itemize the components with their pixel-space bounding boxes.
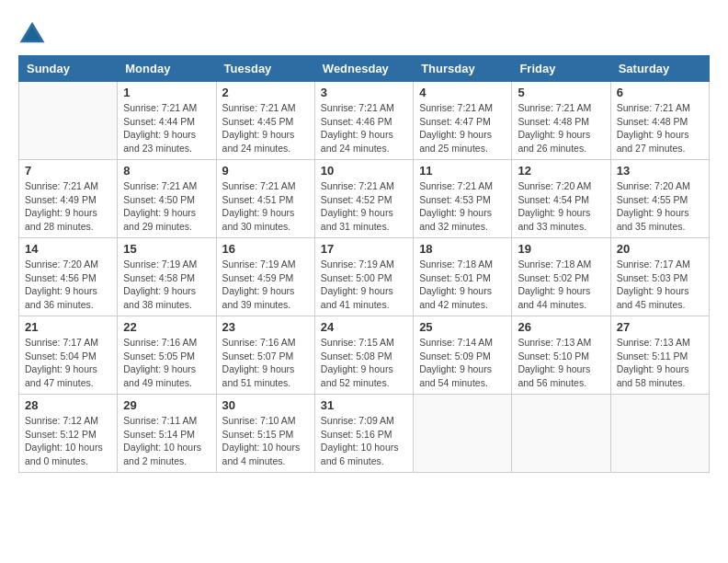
- day-info: Sunrise: 7:12 AMSunset: 5:12 PMDaylight:…: [25, 414, 111, 468]
- week-row-1: 1Sunrise: 7:21 AMSunset: 4:44 PMDaylight…: [19, 82, 710, 160]
- calendar-cell: 31Sunrise: 7:09 AMSunset: 5:16 PMDayligh…: [314, 395, 413, 473]
- day-number: 14: [25, 242, 111, 256]
- day-number: 19: [518, 242, 604, 256]
- day-info: Sunrise: 7:21 AMSunset: 4:51 PMDaylight:…: [222, 179, 309, 234]
- day-number: 7: [25, 164, 111, 178]
- week-row-4: 21Sunrise: 7:17 AMSunset: 5:04 PMDayligh…: [19, 316, 710, 395]
- day-number: 2: [222, 86, 309, 99]
- calendar-cell: 21Sunrise: 7:17 AMSunset: 5:04 PMDayligh…: [19, 316, 118, 395]
- calendar-cell: 14Sunrise: 7:20 AMSunset: 4:56 PMDayligh…: [19, 238, 118, 316]
- day-number: 27: [617, 320, 703, 334]
- week-row-2: 7Sunrise: 7:21 AMSunset: 4:49 PMDaylight…: [19, 160, 710, 238]
- weekday-header-monday: Monday: [118, 56, 216, 82]
- day-number: 6: [617, 86, 703, 99]
- calendar-cell: [512, 395, 610, 473]
- calendar-cell: 26Sunrise: 7:13 AMSunset: 5:10 PMDayligh…: [512, 316, 610, 395]
- calendar-cell: 27Sunrise: 7:13 AMSunset: 5:11 PMDayligh…: [610, 316, 709, 395]
- day-number: 5: [518, 86, 604, 99]
- calendar-cell: 30Sunrise: 7:10 AMSunset: 5:15 PMDayligh…: [216, 395, 314, 473]
- calendar-cell: [19, 82, 118, 160]
- day-info: Sunrise: 7:21 AMSunset: 4:48 PMDaylight:…: [617, 101, 703, 155]
- day-info: Sunrise: 7:17 AMSunset: 5:03 PMDaylight:…: [617, 258, 703, 312]
- day-number: 28: [25, 398, 111, 412]
- day-number: 9: [222, 164, 309, 178]
- day-number: 11: [419, 164, 506, 178]
- day-info: Sunrise: 7:16 AMSunset: 5:05 PMDaylight:…: [123, 336, 210, 390]
- day-info: Sunrise: 7:21 AMSunset: 4:48 PMDaylight:…: [518, 101, 604, 155]
- day-info: Sunrise: 7:18 AMSunset: 5:02 PMDaylight:…: [518, 258, 604, 312]
- day-number: 25: [419, 320, 506, 334]
- day-number: 15: [123, 242, 210, 256]
- day-info: Sunrise: 7:21 AMSunset: 4:52 PMDaylight:…: [321, 179, 407, 234]
- day-number: 3: [321, 86, 407, 99]
- day-info: Sunrise: 7:19 AMSunset: 5:00 PMDaylight:…: [321, 258, 407, 312]
- day-info: Sunrise: 7:14 AMSunset: 5:09 PMDaylight:…: [419, 336, 506, 390]
- weekday-header-thursday: Thursday: [414, 56, 512, 82]
- calendar-cell: 25Sunrise: 7:14 AMSunset: 5:09 PMDayligh…: [414, 316, 512, 395]
- day-info: Sunrise: 7:21 AMSunset: 4:50 PMDaylight:…: [123, 179, 210, 234]
- calendar-cell: 20Sunrise: 7:17 AMSunset: 5:03 PMDayligh…: [610, 238, 709, 316]
- calendar-cell: 17Sunrise: 7:19 AMSunset: 5:00 PMDayligh…: [314, 238, 413, 316]
- day-number: 8: [123, 164, 210, 178]
- calendar-cell: 6Sunrise: 7:21 AMSunset: 4:48 PMDaylight…: [610, 82, 709, 160]
- calendar-cell: 11Sunrise: 7:21 AMSunset: 4:53 PMDayligh…: [414, 160, 512, 238]
- calendar-cell: 18Sunrise: 7:18 AMSunset: 5:01 PMDayligh…: [414, 238, 512, 316]
- day-info: Sunrise: 7:18 AMSunset: 5:01 PMDaylight:…: [419, 258, 506, 312]
- day-number: 1: [123, 86, 210, 99]
- day-info: Sunrise: 7:09 AMSunset: 5:16 PMDaylight:…: [321, 414, 407, 468]
- day-info: Sunrise: 7:19 AMSunset: 4:59 PMDaylight:…: [222, 258, 309, 312]
- calendar-cell: 28Sunrise: 7:12 AMSunset: 5:12 PMDayligh…: [19, 395, 118, 473]
- day-number: 24: [321, 320, 407, 334]
- day-info: Sunrise: 7:17 AMSunset: 5:04 PMDaylight:…: [25, 336, 111, 390]
- calendar-cell: 16Sunrise: 7:19 AMSunset: 4:59 PMDayligh…: [216, 238, 314, 316]
- logo: [18, 18, 50, 46]
- day-info: Sunrise: 7:21 AMSunset: 4:46 PMDaylight:…: [321, 101, 407, 155]
- day-number: 16: [222, 242, 309, 256]
- calendar-cell: 8Sunrise: 7:21 AMSunset: 4:50 PMDaylight…: [118, 160, 216, 238]
- weekday-header-friday: Friday: [512, 56, 610, 82]
- day-number: 29: [123, 398, 210, 412]
- calendar-cell: 9Sunrise: 7:21 AMSunset: 4:51 PMDaylight…: [216, 160, 314, 238]
- calendar-cell: 7Sunrise: 7:21 AMSunset: 4:49 PMDaylight…: [19, 160, 118, 238]
- day-info: Sunrise: 7:13 AMSunset: 5:10 PMDaylight:…: [518, 336, 604, 390]
- day-number: 23: [222, 320, 309, 334]
- day-info: Sunrise: 7:20 AMSunset: 4:55 PMDaylight:…: [617, 179, 703, 234]
- day-number: 12: [518, 164, 604, 178]
- day-number: 17: [321, 242, 407, 256]
- calendar-cell: 15Sunrise: 7:19 AMSunset: 4:58 PMDayligh…: [118, 238, 216, 316]
- calendar-cell: 24Sunrise: 7:15 AMSunset: 5:08 PMDayligh…: [314, 316, 413, 395]
- week-row-3: 14Sunrise: 7:20 AMSunset: 4:56 PMDayligh…: [19, 238, 710, 316]
- day-number: 20: [617, 242, 703, 256]
- calendar-cell: 19Sunrise: 7:18 AMSunset: 5:02 PMDayligh…: [512, 238, 610, 316]
- day-info: Sunrise: 7:19 AMSunset: 4:58 PMDaylight:…: [123, 258, 210, 312]
- calendar-cell: 29Sunrise: 7:11 AMSunset: 5:14 PMDayligh…: [118, 395, 216, 473]
- day-info: Sunrise: 7:10 AMSunset: 5:15 PMDaylight:…: [222, 414, 309, 468]
- logo-icon: [18, 18, 46, 46]
- day-number: 13: [617, 164, 703, 178]
- calendar-cell: 12Sunrise: 7:20 AMSunset: 4:54 PMDayligh…: [512, 160, 610, 238]
- day-number: 10: [321, 164, 407, 178]
- weekday-header-saturday: Saturday: [610, 56, 709, 82]
- day-number: 26: [518, 320, 604, 334]
- calendar-table: SundayMondayTuesdayWednesdayThursdayFrid…: [18, 55, 710, 473]
- day-info: Sunrise: 7:20 AMSunset: 4:54 PMDaylight:…: [518, 179, 604, 234]
- day-number: 31: [321, 398, 407, 412]
- day-info: Sunrise: 7:16 AMSunset: 5:07 PMDaylight:…: [222, 336, 309, 390]
- page-header: [18, 18, 710, 46]
- calendar-cell: 4Sunrise: 7:21 AMSunset: 4:47 PMDaylight…: [414, 82, 512, 160]
- day-info: Sunrise: 7:21 AMSunset: 4:49 PMDaylight:…: [25, 179, 111, 234]
- day-info: Sunrise: 7:11 AMSunset: 5:14 PMDaylight:…: [123, 414, 210, 468]
- day-info: Sunrise: 7:20 AMSunset: 4:56 PMDaylight:…: [25, 258, 111, 312]
- calendar-cell: 22Sunrise: 7:16 AMSunset: 5:05 PMDayligh…: [118, 316, 216, 395]
- weekday-header-wednesday: Wednesday: [314, 56, 413, 82]
- day-info: Sunrise: 7:15 AMSunset: 5:08 PMDaylight:…: [321, 336, 407, 390]
- day-number: 30: [222, 398, 309, 412]
- weekday-header-tuesday: Tuesday: [216, 56, 314, 82]
- weekday-header-sunday: Sunday: [19, 56, 118, 82]
- day-number: 22: [123, 320, 210, 334]
- weekday-header-row: SundayMondayTuesdayWednesdayThursdayFrid…: [19, 56, 710, 82]
- day-info: Sunrise: 7:21 AMSunset: 4:45 PMDaylight:…: [222, 101, 309, 155]
- day-number: 21: [25, 320, 111, 334]
- day-number: 4: [419, 86, 506, 99]
- calendar-cell: 13Sunrise: 7:20 AMSunset: 4:55 PMDayligh…: [610, 160, 709, 238]
